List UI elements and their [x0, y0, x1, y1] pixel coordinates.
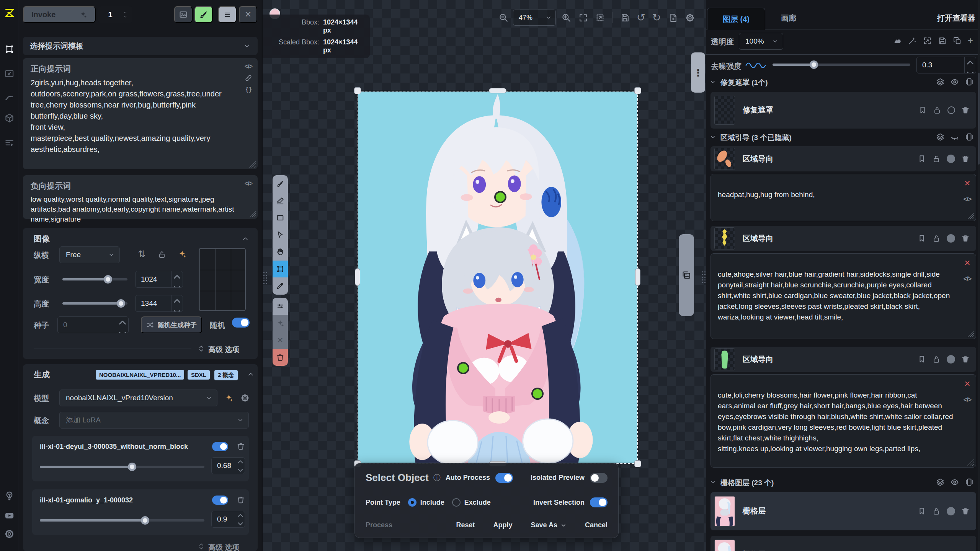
wand-icon[interactable] — [908, 36, 917, 45]
raster-layers-section-header[interactable]: 栅格图层 (23 个) — [706, 477, 980, 489]
lock-icon[interactable] — [932, 155, 941, 163]
resize-handle[interactable] — [967, 330, 974, 337]
step-up-icon[interactable] — [965, 57, 976, 68]
apply-button[interactable]: Apply — [493, 521, 513, 529]
advanced-options-label[interactable]: 高级 选项 — [208, 543, 239, 551]
chevron-up-icon[interactable] — [122, 10, 128, 14]
regional-prompt-textarea[interactable]: cute,loli,cherry blossoms,hair flower,pi… — [710, 374, 976, 468]
lora-toggle[interactable] — [212, 442, 228, 451]
invert-selection-toggle[interactable] — [590, 497, 608, 507]
swap-dimensions-icon[interactable]: ⇅ — [138, 249, 145, 259]
nav-queue-icon[interactable] — [4, 138, 15, 148]
crop-to-bbox-icon[interactable] — [923, 36, 932, 45]
trash-icon[interactable] — [961, 234, 970, 243]
bbox-handle-e[interactable] — [635, 268, 640, 286]
negative-prompt-box[interactable]: 负向提示词 low quality,worst quality,normal q… — [23, 175, 258, 219]
step-down-icon[interactable] — [172, 282, 183, 288]
canvas-menu-button[interactable]: ⋮ — [691, 52, 705, 93]
bookmark-icon[interactable] — [918, 507, 926, 515]
collapse-icon[interactable] — [247, 370, 255, 378]
trash-icon[interactable] — [237, 442, 245, 450]
resize-handle[interactable] — [249, 161, 256, 168]
code-icon[interactable]: </> — [964, 194, 971, 205]
step-down-icon[interactable] — [117, 328, 128, 333]
rect-tool[interactable] — [273, 209, 288, 227]
merge-shapes-icon[interactable] — [893, 36, 902, 45]
inpaint-mask-section-header[interactable]: 修复遮罩 (1个) — [706, 77, 980, 89]
bbox-handle-n[interactable] — [489, 88, 506, 93]
layers-icon[interactable] — [936, 478, 944, 486]
collapse-icon[interactable] — [242, 235, 249, 243]
step-down-icon[interactable] — [172, 306, 183, 312]
nav-upscale-icon[interactable] — [4, 68, 15, 79]
bbox-handle-ne[interactable] — [634, 87, 641, 94]
color-indicator[interactable] — [947, 234, 955, 243]
step-down-icon[interactable] — [236, 520, 245, 528]
nav-canvas-icon[interactable] — [4, 44, 15, 54]
expand-advanced-icon[interactable] — [198, 345, 205, 352]
layer-thumbnail[interactable] — [714, 148, 735, 170]
trash-icon[interactable] — [961, 106, 970, 114]
color-indicator[interactable] — [947, 106, 955, 114]
eye-icon[interactable] — [951, 78, 959, 86]
regional-prompt-textarea[interactable]: cute,ahoge,silver hair,blue hair,gradien… — [710, 253, 976, 339]
trash-icon[interactable] — [961, 507, 970, 515]
layer-thumbnail[interactable] — [714, 540, 735, 551]
random-toggle[interactable] — [232, 318, 250, 328]
layer-thumbnail[interactable] — [714, 227, 735, 249]
eye-closed-icon[interactable] — [951, 133, 959, 141]
regional-guidance-section-header[interactable]: 区域引导 (3 个已隐藏) — [706, 132, 980, 144]
tab-gallery[interactable]: 画廊 — [781, 6, 796, 30]
exclude-radio[interactable] — [452, 498, 461, 507]
braces-icon[interactable]: { } — [246, 86, 251, 93]
zoom-out-icon[interactable] — [498, 13, 508, 23]
delete-prompt-icon[interactable]: ✕ — [964, 178, 971, 189]
prompt-template-bar[interactable]: 选择提示词模板 — [23, 37, 258, 55]
step-up-icon[interactable] — [236, 458, 245, 466]
aspect-select[interactable]: Free — [59, 246, 120, 263]
width-input[interactable]: 1024 — [135, 271, 183, 288]
model-select[interactable]: noobaiXLNAIXL_vPred10Version — [59, 390, 217, 406]
code-icon[interactable]: </> — [964, 395, 971, 405]
nav-workflows-icon[interactable] — [4, 92, 15, 102]
bookmark-icon[interactable] — [918, 355, 926, 364]
tab-layers[interactable]: 图层 (4) — [707, 8, 765, 30]
delete-layer-button[interactable] — [273, 349, 288, 366]
open-viewer-button[interactable]: 打开查看器 — [937, 6, 975, 30]
bbox-handle-w[interactable] — [355, 268, 360, 286]
color-indicator[interactable] — [947, 355, 955, 364]
eraser-tool[interactable] — [273, 192, 288, 210]
canvas-area[interactable]: Bbox: 1024×1344 px Scaled Bbox: 1024×134… — [263, 0, 706, 551]
trash-icon[interactable] — [961, 155, 970, 163]
panel-resize-grip[interactable] — [701, 266, 706, 288]
denoise-slider-knob[interactable] — [810, 60, 818, 69]
include-point[interactable] — [494, 191, 506, 203]
zoom-in-icon[interactable] — [561, 13, 571, 23]
height-input[interactable]: 1344 — [135, 295, 183, 312]
reset-button[interactable]: Reset — [456, 521, 475, 529]
step-down-icon[interactable] — [965, 68, 976, 73]
lock-icon[interactable] — [932, 234, 941, 243]
nav-models-icon[interactable] — [4, 113, 15, 123]
link-icon[interactable] — [245, 74, 252, 82]
lock-icon[interactable] — [933, 106, 941, 114]
height-slider[interactable] — [62, 302, 127, 305]
iterations-stepper[interactable]: 1 — [98, 6, 132, 23]
delete-prompt-icon[interactable]: ✕ — [964, 258, 971, 268]
save-layer-icon[interactable] — [938, 36, 947, 45]
lock-icon[interactable] — [932, 355, 941, 364]
denoise-input[interactable]: 0.3 — [916, 57, 976, 73]
model-sparkle-icon[interactable] — [224, 393, 234, 403]
bookmark-icon[interactable] — [918, 106, 927, 114]
duplicate-icon[interactable] — [953, 36, 962, 45]
step-up-icon[interactable] — [117, 317, 128, 328]
canvas-mode-button[interactable] — [194, 6, 213, 23]
close-button[interactable]: ✕ — [239, 6, 257, 23]
save-icon[interactable] — [620, 13, 630, 23]
optimize-size-icon[interactable] — [178, 249, 187, 259]
brush-tool[interactable] — [273, 175, 288, 192]
isolate-icon[interactable] — [965, 78, 973, 86]
seed-input[interactable]: 0 — [57, 316, 129, 333]
step-down-icon[interactable] — [236, 466, 245, 474]
random-seed-button[interactable]: 随机生成种子 — [141, 316, 202, 333]
